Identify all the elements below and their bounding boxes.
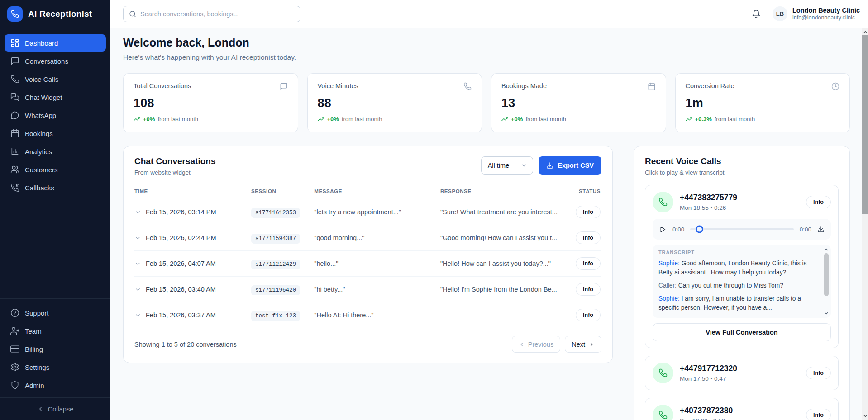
speaker-label: Caller: bbox=[658, 282, 677, 289]
call-meta: Sun 16:00 • 2:13 bbox=[680, 417, 733, 420]
help-circle-icon bbox=[10, 308, 19, 317]
expand-row-chevron-down-icon[interactable] bbox=[134, 209, 141, 216]
sidebar-item-label: Admin bbox=[25, 382, 44, 389]
expand-row-chevron-down-icon[interactable] bbox=[134, 235, 141, 241]
stat-trend: +0.3% bbox=[695, 116, 712, 123]
sidebar-item-label: Conversations bbox=[25, 57, 68, 65]
collapse-sidebar-button[interactable]: Collapse bbox=[0, 397, 110, 420]
export-csv-button[interactable]: Export CSV bbox=[539, 156, 601, 175]
sidebar-item-callbacks[interactable]: Callbacks bbox=[5, 179, 106, 196]
transcript-text: Good afternoon, London Beauty Clinic, th… bbox=[658, 260, 807, 276]
chevron-up-icon[interactable] bbox=[824, 247, 829, 252]
expand-row-chevron-down-icon[interactable] bbox=[134, 312, 141, 319]
sidebar-nav: Dashboard Conversations Voice Calls Chat… bbox=[0, 28, 110, 200]
call-number: +447383275779 bbox=[680, 193, 737, 203]
phone-icon bbox=[653, 405, 673, 420]
sidebar-item-label: Bookings bbox=[25, 130, 53, 137]
phone-icon bbox=[10, 75, 19, 84]
export-csv-label: Export CSV bbox=[558, 162, 594, 169]
stats-row: Total Conversations 108 +0% from last mo… bbox=[123, 73, 850, 132]
download-icon[interactable] bbox=[817, 226, 825, 233]
chevron-down-icon[interactable] bbox=[824, 311, 829, 316]
sidebar-item-settings[interactable]: Settings bbox=[5, 359, 106, 376]
main-area: LB London Beauty Clinic info@londonbeaut… bbox=[110, 0, 868, 420]
sidebar-item-conversations[interactable]: Conversations bbox=[5, 52, 106, 70]
time-filter-select[interactable]: All time bbox=[481, 156, 534, 175]
sidebar-item-chat-widget[interactable]: Chat Widget bbox=[5, 89, 106, 106]
stat-trend-note: from last month bbox=[342, 116, 382, 123]
stat-value: 108 bbox=[134, 96, 288, 110]
scroll-up-chevron-icon[interactable] bbox=[863, 29, 868, 35]
seek-slider[interactable] bbox=[690, 228, 793, 230]
call-meta: Mon 18:55 • 0:26 bbox=[680, 204, 737, 211]
previous-page-button[interactable]: Previous bbox=[512, 336, 560, 353]
call-number: +447917712320 bbox=[680, 364, 737, 373]
row-info-button[interactable]: Info bbox=[576, 283, 601, 296]
sidebar-item-admin[interactable]: Admin bbox=[5, 377, 106, 394]
stat-label: Voice Minutes bbox=[318, 82, 358, 90]
column-header-session: SESSION bbox=[251, 184, 314, 199]
sidebar-item-whatsapp[interactable]: WhatsApp bbox=[5, 107, 106, 124]
sidebar-item-team[interactable]: Team bbox=[5, 322, 106, 340]
play-icon[interactable] bbox=[659, 226, 667, 233]
bar-chart-icon bbox=[10, 147, 19, 156]
page-content: Welcome back, London Here's what's happe… bbox=[110, 28, 862, 420]
row-info-button[interactable]: Info bbox=[576, 231, 601, 244]
chevron-left-icon bbox=[37, 406, 44, 412]
app-logo: AI Receptionist bbox=[0, 0, 110, 28]
sidebar-item-bookings[interactable]: Bookings bbox=[5, 125, 106, 142]
page-subtitle: Here's what's happening with your AI rec… bbox=[123, 53, 850, 61]
row-info-button[interactable]: Info bbox=[576, 257, 601, 270]
scrollbar-thumb[interactable] bbox=[824, 253, 829, 296]
voice-call-header[interactable]: +447917712320 Mon 17:50 • 0:47 Info bbox=[653, 363, 831, 383]
voice-call-header[interactable]: +447383275779 Mon 18:55 • 0:26 Info bbox=[653, 192, 831, 212]
sidebar-item-label: Billing bbox=[25, 345, 43, 353]
row-info-button[interactable]: Info bbox=[576, 206, 601, 218]
sidebar-item-support[interactable]: Support bbox=[5, 304, 106, 321]
call-info-button[interactable]: Info bbox=[806, 367, 831, 379]
column-header-message: MESSAGE bbox=[314, 184, 440, 199]
page-scrollbar[interactable] bbox=[862, 28, 868, 420]
sidebar-item-voice-calls[interactable]: Voice Calls bbox=[5, 71, 106, 88]
transcript-scrollbar[interactable] bbox=[823, 247, 830, 316]
row-time: Feb 15, 2026, 03:37 AM bbox=[146, 311, 216, 319]
seek-slider-thumb[interactable] bbox=[696, 226, 703, 233]
chat-panel-subtitle: From website widget bbox=[134, 169, 215, 176]
expand-row-chevron-down-icon[interactable] bbox=[134, 286, 141, 293]
user-menu[interactable]: LB London Beauty Clinic info@londonbeaut… bbox=[773, 6, 860, 22]
sidebar-item-billing[interactable]: Billing bbox=[5, 340, 106, 358]
scroll-down-chevron-icon[interactable] bbox=[863, 413, 868, 419]
shield-icon bbox=[10, 381, 19, 390]
row-response: "Good morning! How can I assist you t... bbox=[440, 234, 557, 241]
speaker-label: Sophie: bbox=[658, 260, 680, 267]
call-info-button[interactable]: Info bbox=[806, 409, 831, 420]
sidebar-item-customers[interactable]: Customers bbox=[5, 161, 106, 178]
table-row: Feb 15, 2026, 03:37 AM test-fix-123 "Hel… bbox=[134, 302, 601, 328]
transcript-label: TRANSCRIPT bbox=[658, 250, 818, 255]
stat-card-bookings-made: Bookings Made 13 +0% from last month bbox=[491, 73, 666, 132]
message-square-icon bbox=[10, 57, 19, 66]
sidebar-item-dashboard[interactable]: Dashboard bbox=[5, 34, 106, 52]
topbar: LB London Beauty Clinic info@londonbeaut… bbox=[110, 0, 868, 28]
user-name: London Beauty Clinic bbox=[792, 6, 860, 14]
row-message: "good morning..." bbox=[314, 234, 364, 241]
next-page-button[interactable]: Next bbox=[565, 336, 601, 353]
notifications-bell-icon[interactable] bbox=[752, 9, 761, 19]
search-input[interactable] bbox=[140, 10, 295, 18]
sidebar-item-label: Callbacks bbox=[25, 184, 54, 192]
scrollbar-thumb[interactable] bbox=[862, 35, 868, 214]
transcript-text: I am sorry, I am unable to transfer call… bbox=[658, 295, 801, 311]
transcript-line: Sophie: Good afternoon, London Beauty Cl… bbox=[658, 259, 818, 277]
time-filter-value: All time bbox=[488, 162, 510, 169]
voice-call-header[interactable]: +40737872380 Sun 16:00 • 2:13 Info bbox=[653, 405, 831, 420]
stat-value: 1m bbox=[686, 96, 840, 110]
row-response: "Sure! What treatment are you interest..… bbox=[440, 208, 558, 216]
sidebar-item-analytics[interactable]: Analytics bbox=[5, 143, 106, 160]
row-info-button[interactable]: Info bbox=[576, 309, 601, 321]
trending-up-icon bbox=[134, 116, 140, 123]
call-info-button[interactable]: Info bbox=[806, 196, 831, 208]
stat-card-conversion-rate: Conversion Rate 1m +0.3% from last month bbox=[675, 73, 850, 132]
view-full-conversation-button[interactable]: View Full Conversation bbox=[653, 323, 831, 341]
expand-row-chevron-down-icon[interactable] bbox=[134, 260, 141, 267]
table-row: Feb 15, 2026, 02:44 PM s17711594387 "goo… bbox=[134, 225, 601, 251]
